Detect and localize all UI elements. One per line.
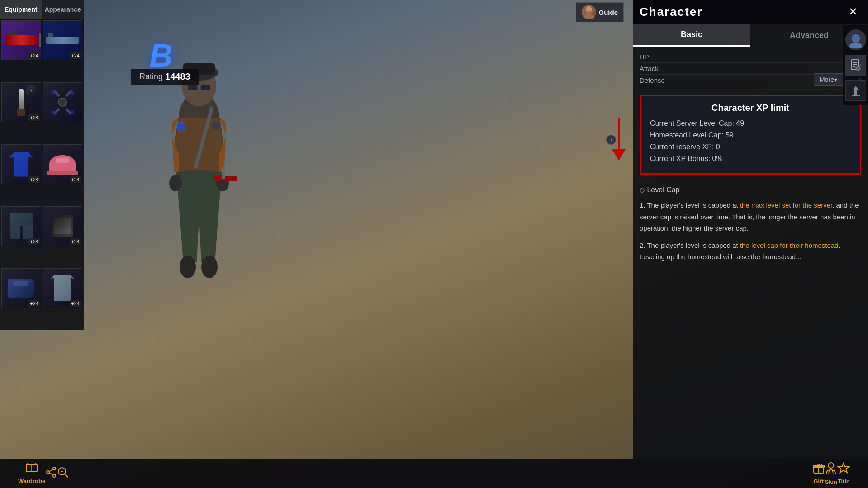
bottom-title[interactable]: Title — [837, 462, 850, 485]
bottom-share[interactable] — [45, 467, 57, 480]
share-icon — [45, 467, 57, 480]
level-cap-para1: 1. The player's level is capped at the m… — [640, 199, 861, 234]
stat-row-hp: HP 0 — [640, 51, 861, 63]
svg-marker-31 — [853, 86, 859, 95]
skin-icon — [825, 462, 837, 477]
slot-badge-6: +24 — [70, 176, 81, 183]
para1-prefix: 1. The player's level is capped at — [640, 201, 740, 209]
tab-equipment[interactable]: Equipment — [0, 0, 42, 19]
edit-icon[interactable] — [845, 55, 866, 76]
more-button[interactable]: More▾ — [814, 73, 843, 86]
char-scroll-area[interactable]: HP 0 Attack 5 Defense 0 Character XP lim… — [633, 47, 868, 459]
slot-badge-7: +24 — [28, 238, 40, 245]
slot-badge-9: +24 — [28, 300, 40, 307]
info-button[interactable]: i — [606, 135, 616, 145]
xp-row-1: Current Server Level Cap: 49 — [650, 119, 851, 128]
gift-icon — [812, 462, 825, 477]
character-figure — [90, 27, 308, 371]
svg-point-37 — [53, 474, 56, 477]
skin-label: Skin — [825, 479, 837, 485]
bottom-zoom[interactable] — [57, 466, 69, 481]
equip-slot-vest[interactable]: +24 — [43, 268, 82, 308]
svg-point-17 — [212, 122, 220, 130]
equip-slot-rifle[interactable]: +24 — [1, 20, 41, 60]
svg-rect-5 — [200, 85, 210, 90]
equip-slot-knife[interactable]: ✦ +24 — [1, 82, 41, 122]
para2-orange: the level cap for their homestead — [740, 242, 839, 249]
svg-marker-50 — [838, 463, 849, 473]
svg-line-38 — [49, 469, 53, 472]
char-title: Character — [640, 5, 702, 19]
svg-point-19 — [583, 14, 594, 19]
guide-label: Guide — [598, 9, 618, 16]
xp-panel: Character XP limit Current Server Level … — [640, 95, 861, 175]
rating-label: Rating — [139, 72, 163, 81]
char-tabs: Basic Advanced — [633, 24, 868, 47]
equip-slot-gloves[interactable]: +24 — [43, 206, 82, 246]
level-cap-para2: 2. The player's level is capped at the l… — [640, 240, 861, 263]
svg-rect-15 — [222, 167, 225, 179]
level-cap-section: ◇ Level Cap 1. The player's level is cap… — [633, 179, 868, 267]
slot-badge-5: +24 — [28, 176, 40, 183]
bottom-wardrobe[interactable]: Wardrobe — [18, 463, 45, 484]
left-tabs: Equipment Appearance — [0, 0, 84, 19]
svg-point-12 — [169, 175, 182, 191]
svg-point-24 — [849, 43, 862, 48]
stat-defense-label: Defense — [640, 76, 665, 84]
xp-title: Character XP limit — [650, 103, 851, 113]
title-label: Title — [838, 478, 850, 485]
equip-slot-drone[interactable] — [43, 82, 82, 122]
wardrobe-icon — [25, 463, 38, 476]
rating-badge: Rating 14483 — [131, 69, 199, 85]
bottom-bar: Wardrobe — [0, 459, 868, 488]
gift-label: Gift — [813, 478, 823, 485]
stat-hp-label: HP — [640, 53, 649, 61]
svg-line-39 — [49, 473, 53, 475]
close-button[interactable]: ✕ — [845, 4, 861, 20]
level-cap-heading: ◇ Level Cap — [640, 184, 861, 196]
svg-point-16 — [176, 122, 185, 131]
char-panel: Character ✕ Basic Advanced More▾ HP 0 At… — [633, 0, 868, 459]
svg-line-41 — [65, 474, 68, 477]
svg-point-9 — [180, 256, 196, 278]
xp-row-2: Homestead Level Cap: 59 — [650, 131, 851, 139]
equip-slot-pants[interactable]: +24 — [1, 206, 41, 246]
equip-slot-shoes[interactable]: +24 — [1, 268, 41, 308]
svg-rect-4 — [188, 85, 198, 90]
equip-slot-shotgun[interactable]: +24 — [43, 20, 82, 60]
rating-value: 14483 — [165, 71, 190, 82]
slot-badge-1: +24 — [28, 52, 40, 59]
svg-point-47 — [828, 463, 834, 468]
avatar-icon[interactable] — [845, 29, 866, 50]
equip-slot-hat[interactable]: +24 — [43, 144, 82, 184]
equip-slot-shirt[interactable]: +24 — [1, 144, 41, 184]
upload-icon[interactable] — [845, 80, 866, 101]
slot-badge-2: +24 — [70, 52, 81, 59]
wardrobe-label: Wardrobe — [18, 478, 45, 484]
slot-badge-10: +24 — [70, 300, 81, 307]
svg-point-10 — [201, 256, 218, 278]
svg-point-35 — [53, 467, 56, 470]
svg-marker-22 — [612, 149, 626, 161]
diamond-bullet: ◇ Level Cap — [640, 184, 680, 196]
slot-badge-3: +24 — [28, 114, 40, 121]
stat-attack-label: Attack — [640, 65, 659, 72]
bottom-skin[interactable]: Skin — [825, 462, 837, 485]
slot-badge-8: +24 — [70, 238, 81, 245]
svg-point-36 — [47, 471, 49, 474]
guide-avatar — [582, 5, 596, 19]
para1-orange: the max level set for the server — [740, 201, 832, 209]
tab-basic[interactable]: Basic — [633, 24, 750, 47]
tab-appearance[interactable]: Appearance — [42, 0, 84, 19]
xp-row-4: Current XP Bonus: 0% — [650, 155, 851, 163]
guide-button[interactable]: Guide — [576, 2, 624, 22]
bottom-gift[interactable]: Gift — [812, 462, 825, 485]
right-strip — [843, 25, 868, 105]
char-header: Character ✕ — [633, 0, 868, 24]
left-panel: Equipment Appearance +24 +24 ✦ — [0, 0, 84, 330]
svg-line-30 — [860, 65, 861, 66]
title-icon — [837, 462, 850, 477]
zoom-icon — [57, 466, 69, 481]
xp-row-3: Current reserve XP: 0 — [650, 143, 851, 151]
equipment-grid: +24 +24 ✦ +24 — [0, 19, 84, 330]
